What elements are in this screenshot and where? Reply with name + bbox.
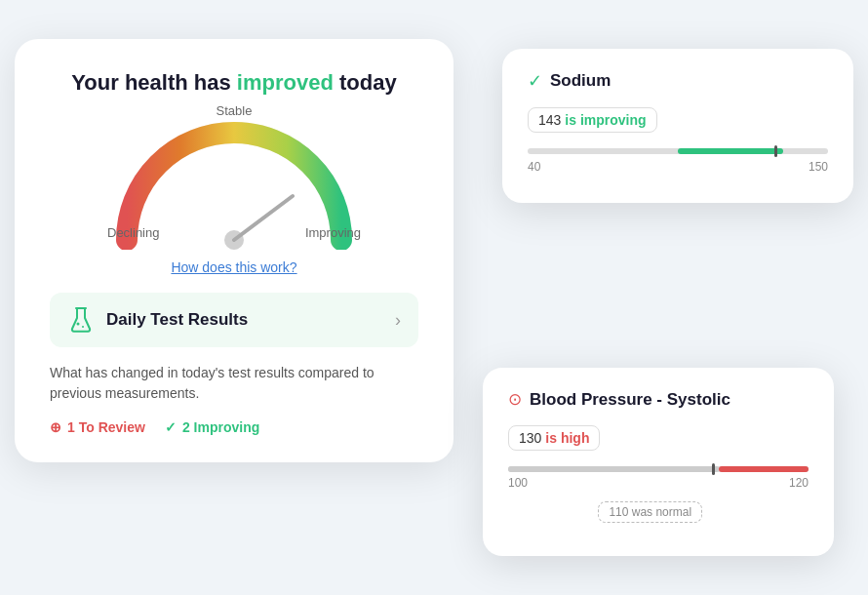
- check-mark-icon: ✓: [165, 419, 177, 435]
- sodium-value: 143: [538, 112, 561, 128]
- sodium-range-min: 40: [528, 160, 540, 174]
- bp-status: is high: [545, 430, 589, 446]
- gauge-label-improving: Improving: [305, 225, 361, 240]
- sodium-marker: [774, 145, 777, 157]
- bp-header: ⊙ Blood Pressure - Systolic: [508, 389, 809, 410]
- review-badge-label: 1 To Review: [67, 419, 145, 435]
- bp-marker: [712, 463, 715, 475]
- sodium-check-icon: ✓: [528, 70, 542, 92]
- sodium-range-labels: 40 150: [528, 160, 828, 174]
- bp-fill-normal: [508, 466, 719, 472]
- alert-circle-icon: ⊕: [50, 419, 61, 435]
- gauge-label-declining: Declining: [107, 225, 159, 240]
- svg-point-3: [77, 323, 80, 326]
- svg-point-4: [82, 326, 84, 328]
- bp-track: [508, 466, 809, 472]
- title-prefix: Your health has: [71, 70, 237, 95]
- sodium-range: 40 150: [528, 148, 828, 174]
- sodium-header: ✓ Sodium: [528, 70, 828, 92]
- flask-icon: [67, 306, 95, 334]
- card-description: What has changed in today's test results…: [50, 363, 418, 404]
- review-badge: ⊕ 1 To Review: [50, 419, 145, 435]
- daily-results-left: Daily Test Results: [67, 306, 248, 334]
- how-does-this-work-link[interactable]: How does this work?: [50, 259, 418, 275]
- bp-range: 100 120 110 was normal: [508, 466, 809, 523]
- bp-range-labels: 100 120: [508, 476, 809, 490]
- bp-alert-icon: ⊙: [508, 389, 522, 410]
- sodium-range-max: 150: [809, 160, 828, 174]
- health-status-title: Your health has improved today: [50, 70, 418, 96]
- sodium-track: [528, 148, 828, 154]
- sodium-card: ✓ Sodium 143 is improving 40 150: [502, 49, 853, 203]
- bp-fill-high: [719, 466, 809, 472]
- chevron-right-icon: ›: [395, 310, 401, 331]
- health-gauge: Stable: [107, 103, 361, 250]
- gauge-label-stable: Stable: [217, 103, 253, 118]
- bp-range-min: 100: [508, 476, 528, 490]
- bp-title: Blood Pressure - Systolic: [530, 390, 730, 410]
- title-suffix: today: [334, 70, 397, 95]
- bp-card: ⊙ Blood Pressure - Systolic 130 is high …: [483, 368, 834, 556]
- sodium-fill: [678, 148, 783, 154]
- improving-badge-label: 2 Improving: [182, 419, 259, 435]
- badges-row: ⊕ 1 To Review ✓ 2 Improving: [50, 419, 418, 435]
- title-highlight: improved: [237, 70, 334, 95]
- sodium-status: is improving: [565, 112, 646, 128]
- sodium-value-badge: 143 is improving: [528, 107, 657, 133]
- improving-badge: ✓ 2 Improving: [165, 419, 259, 435]
- daily-results-box[interactable]: Daily Test Results ›: [50, 293, 418, 347]
- main-health-card: Your health has improved today Stable: [15, 39, 454, 462]
- bp-range-max: 120: [789, 476, 809, 490]
- bp-normal-badge: 110 was normal: [598, 501, 702, 523]
- bp-value-badge: 130 is high: [508, 425, 600, 451]
- sodium-title: Sodium: [550, 71, 611, 91]
- svg-line-1: [234, 196, 293, 240]
- daily-results-title: Daily Test Results: [106, 310, 248, 330]
- bp-value: 130: [519, 430, 541, 446]
